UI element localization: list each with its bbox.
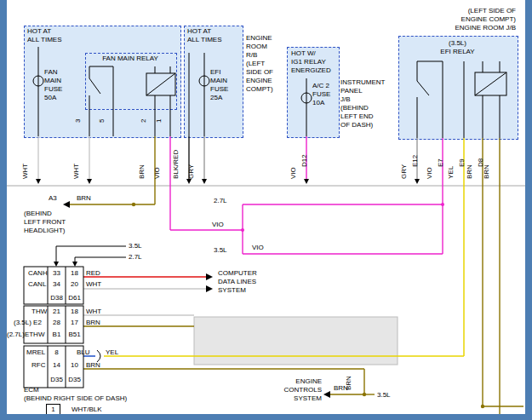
wire-label-brn-ec: BRN [334,384,348,393]
wire-label-wht-relay: WHT [73,164,80,179]
wire-label-wht-canl: WHT [86,280,101,289]
ecm-row-ethw-pin1: B1 [49,331,65,339]
ecm-row-rfc-name: RFC [31,361,45,370]
wire-label-vio-e7: VIO [426,167,433,179]
wire-label-wht-fuse: WHT [22,164,29,179]
ecm-row-e2-pin1: 28 [49,319,65,327]
pin-label-e12: E12 [412,155,419,167]
variant-selector-arrows [54,246,126,267]
relay-pin-2-label: 2 [140,119,147,123]
hot-at-all-times-label-2: HOT ATALL TIMES [187,27,221,44]
branch-27l-label: 2.7L [214,197,227,205]
window-border-right [525,0,532,420]
wire-label-vio-relay: VIO [154,167,161,179]
wire-label-wht-blk: WHT/BLK [72,406,102,414]
hot-at-all-times-label-1: HOT ATALL TIMES [27,27,61,44]
wire-label-brn-relay: BRN [139,164,146,179]
wire-label-blk-red: BLK/RED [173,150,180,179]
engine-room-rb-caption: ENGINEROOMR/B(LEFTSIDE OFENGINECOMPT) [246,34,273,94]
ecm-row-mrel-pin1: 8 [49,348,65,357]
gray-region [194,317,398,365]
window-border-bottom [7,414,525,420]
wire-label-brn-d8: BRN [466,164,473,179]
wire-label-brn-jb: BRN [483,164,490,179]
ecm-row-thw-pin2: 18 [66,308,83,316]
ecm-connector-d61: D61 [66,294,83,302]
instrument-panel-jb-caption: INSTRUMENTPANELJ/B(BEHINDLEFT ENDOF DASH… [340,78,385,129]
wire-label-red: RED [86,269,100,278]
variant-35l-label: 3.5L [377,391,391,400]
efi-relay-title: (3.5L)EFI RELAY [398,39,517,56]
wire-label-yel-mrel: YEL [106,348,118,357]
pin-label-e7: E7 [438,158,444,167]
ac-fuse-internals [301,78,312,136]
efi-fuse-internals [189,53,209,136]
jb-brn-wires [481,138,523,414]
engine-room-jb-caption: (LEFT SIDE OFENGINE COMPT)ENGINE ROOM J/… [420,7,516,32]
efi-main-fuse-label: EFIMAINFUSE25A [210,68,228,102]
wire-label-gry-efi: GRY [188,164,195,179]
ecm-row-rfc-pin2: 10 [66,361,83,370]
wire-label-vio-ac: VIO [290,167,297,179]
ecm-row-rfc-pin1: 14 [49,361,65,370]
wire-label-wht-thw: WHT [86,308,101,316]
pin-selector-27l-label: 2.7L [129,253,142,262]
ecm-row-canh-pin1: 33 [49,269,65,278]
connector-a3-label: A3 [49,194,57,203]
ecm-row-mrel-name: MREL [26,348,45,357]
wire-label-gry-e12: GRY [401,164,408,179]
ecm-row-canh-pin2: 18 [66,269,83,278]
behind-headlight-caption: (BEHINDLEFT FRONTHEADLIGHT) [24,210,66,235]
fan-main-fuse-label: FANMAINFUSE50A [44,68,62,102]
wire-label-vio-35: VIO [252,244,264,252]
branch-35l-label: 3.5L [214,246,227,255]
relay-pin-5-label: 5 [99,119,106,123]
efi-relay-internals [417,61,506,138]
hot-w-ig1-label: HOT W/IG1 RELAYENERGIZED [291,49,331,75]
ecm-row-canl-pin1: 34 [49,280,65,289]
pin-selector-35l-label: 3.5L [129,242,142,250]
ecm-row-ethw-pin2: B51 [66,331,83,339]
pin-label-d12: D12 [301,154,308,167]
wiring-diagram-page: HOT ATALL TIMES FANMAINFUSE50A FAN MAIN … [0,0,532,420]
ecm-row-thw-name: THW [31,308,47,316]
fan-main-relay-title: FAN MAIN RELAY [85,55,175,63]
ecm-connector-d38: D38 [49,294,65,302]
ecm-row-canh-name: CANH [28,269,48,278]
wire-label-vio-27: VIO [212,221,224,229]
wire-label-brn-rfc: BRN [86,361,100,370]
ecm-row-e2-name: (3.5L) E2 [14,319,42,327]
ecm-row-canl-name: CANL [28,280,46,289]
ecm-connector-d35-a: D35 [49,376,65,384]
ecm-row-thw-pin1: 21 [49,308,65,316]
ecm-row-canl-pin2: 20 [66,280,83,289]
wire-label-blu: BLU [77,348,90,357]
ecm-row-ethw-name: (2.7L)ETHW [7,331,44,339]
can-wires [83,273,213,292]
relay-pin-1-label: 1 [156,119,163,123]
ac2-fuse-label: A/C 2FUSE10A [312,82,330,107]
splice-connector-symbol [97,350,100,362]
wire-label-yel-e9: YEL [448,166,455,179]
relay-pin-3-label: 3 [75,119,82,123]
rfc-brn-wire [83,369,375,398]
ecm-connector-d35-b: D35 [66,376,83,384]
ecm-caption: ECM(BEHIND RIGHT SIDE OF DASH) [24,386,127,403]
computer-data-lines-caption: COMPUTERDATA LINESSYSTEM [218,269,257,295]
wire-label-brn-a3: BRN [77,194,91,203]
pin-label-e9: E9 [459,158,466,167]
window-border-left [0,0,7,420]
stub-wires [36,136,420,184]
wire-label-brn-e2: BRN [86,319,100,327]
ecm-row-e2-pin2: 17 [66,319,83,327]
engine-controls-system-caption: ENGINECONTROLSSYSTEM [271,377,322,403]
